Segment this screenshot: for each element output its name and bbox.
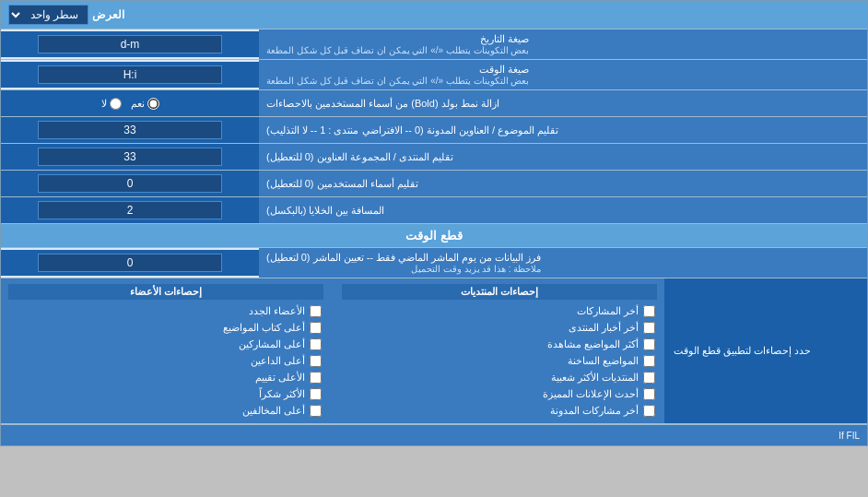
bold-remove-label: ازالة نمط بولد (Bold) من أسماء المستخدمي… xyxy=(259,90,867,116)
stat-checkbox-6[interactable] xyxy=(643,388,655,400)
date-format-input[interactable] xyxy=(38,35,222,53)
stats-col-members: إحصاءات الأعضاء الأعضاء الجدد أعلى كتاب … xyxy=(8,284,323,418)
user-names-input-wrapper xyxy=(1,171,259,196)
date-format-label: صيغة التاريخ بعض التكوينات يتطلب «/» الت… xyxy=(259,30,867,59)
time-format-input[interactable] xyxy=(38,65,222,84)
bold-yes-radio[interactable] xyxy=(147,98,159,110)
stats-section: حدد إحصاءات لتطبيق قطع الوقت إحصاءات الم… xyxy=(1,278,867,424)
cutoff-section-header: قطع الوقت xyxy=(1,224,867,248)
stats-forums-title: إحصاءات المنتديات xyxy=(342,284,657,300)
stat-mem-checkbox-4[interactable] xyxy=(310,355,322,367)
cutoff-label: فرز البيانات من يوم الماشر الماضي فقط --… xyxy=(259,248,867,278)
date-format-input-wrapper xyxy=(1,31,259,57)
stat-item-5: المنتديات الأكثر شعبية xyxy=(342,371,657,385)
stat-checkbox-3[interactable] xyxy=(643,338,655,350)
stat-item-3: أكثر المواضيع مشاهدة xyxy=(342,337,657,351)
stat-mem-item-2: أعلى كتاب المواضيع xyxy=(8,321,323,335)
stat-item-4: المواضيع الساخنة xyxy=(342,354,657,368)
bold-remove-row: ازالة نمط بولد (Bold) من أسماء المستخدمي… xyxy=(1,90,867,117)
forum-order-label: تقليم المنتدى / المجموعة العناوين (0 للت… xyxy=(259,144,867,170)
forum-order-input-wrapper xyxy=(1,144,259,170)
stats-col-forums: إحصاءات المنتديات أخر المشاركات أخر أخبا… xyxy=(342,284,657,418)
topic-order-label: تقليم الموضوع / العناوين المدونة (0 -- ا… xyxy=(259,117,867,143)
cell-spacing-input-wrapper xyxy=(1,197,259,223)
stat-item-6: أحدث الإعلانات المميزة xyxy=(342,387,657,401)
stat-item-2: أخر أخبار المنتدى xyxy=(342,321,657,335)
date-format-row: صيغة التاريخ بعض التكوينات يتطلب «/» الت… xyxy=(1,30,867,60)
stat-mem-item-5: الأعلى تقييم xyxy=(8,371,323,385)
bold-remove-input-wrapper: نعم لا xyxy=(1,90,259,116)
stat-mem-item-7: أعلى المخالفين xyxy=(8,404,323,418)
cell-spacing-label: المسافة بين الخلايا (بالبكسل) xyxy=(259,197,867,223)
topic-order-input-wrapper xyxy=(1,117,259,143)
forum-order-input[interactable] xyxy=(38,148,222,166)
stat-item-7: أخر مشاركات المدونة xyxy=(342,404,657,418)
user-names-label: تقليم أسماء المستخدمين (0 للتعطيل) xyxy=(259,171,867,196)
time-format-input-wrapper xyxy=(1,62,259,88)
stat-item-1: أخر المشاركات xyxy=(342,304,657,318)
cell-spacing-input[interactable] xyxy=(38,201,222,219)
stat-mem-checkbox-5[interactable] xyxy=(310,372,322,384)
stats-columns: إحصاءات المنتديات أخر المشاركات أخر أخبا… xyxy=(1,278,664,423)
bold-no-label[interactable]: لا xyxy=(101,98,122,110)
cutoff-input[interactable] xyxy=(38,254,222,272)
bold-no-radio[interactable] xyxy=(110,98,122,110)
time-format-label: صيغة الوقت بعض التكوينات يتطلب «/» التي … xyxy=(259,60,867,89)
bold-radio-group: نعم لا xyxy=(101,98,159,110)
stats-apply-label: حدد إحصاءات لتطبيق قطع الوقت xyxy=(664,278,867,423)
stat-mem-item-3: أعلى المشاركين xyxy=(8,337,323,351)
stat-checkbox-5[interactable] xyxy=(643,372,655,384)
topic-order-input[interactable] xyxy=(38,121,222,139)
stat-mem-item-6: الأكثر شكراً xyxy=(8,387,323,401)
forum-order-row: تقليم المنتدى / المجموعة العناوين (0 للت… xyxy=(1,144,867,171)
stat-checkbox-1[interactable] xyxy=(643,305,655,317)
stat-mem-checkbox-1[interactable] xyxy=(310,305,322,317)
stat-mem-item-4: أعلى الداعين xyxy=(8,354,323,368)
main-container: العرض سطر واحدسطرينثلاثة أسطر صيغة التار… xyxy=(0,0,868,446)
header-label: العرض xyxy=(92,8,124,21)
bold-yes-label[interactable]: نعم xyxy=(131,98,159,110)
cell-spacing-row: المسافة بين الخلايا (بالبكسل) xyxy=(1,197,867,224)
stat-checkbox-4[interactable] xyxy=(643,355,655,367)
stats-members-title: إحصاءات الأعضاء xyxy=(8,284,323,300)
stat-checkbox-2[interactable] xyxy=(643,322,655,334)
user-names-input[interactable] xyxy=(38,174,222,193)
bottom-note: If FIL xyxy=(839,431,860,441)
stat-mem-checkbox-3[interactable] xyxy=(310,338,322,350)
stat-checkbox-7[interactable] xyxy=(643,405,655,417)
stat-mem-checkbox-2[interactable] xyxy=(310,322,322,334)
cutoff-input-wrapper xyxy=(1,250,259,276)
topic-order-row: تقليم الموضوع / العناوين المدونة (0 -- ا… xyxy=(1,117,867,144)
user-names-row: تقليم أسماء المستخدمين (0 للتعطيل) xyxy=(1,171,867,197)
header-row: العرض سطر واحدسطرينثلاثة أسطر xyxy=(1,1,867,30)
stat-mem-checkbox-7[interactable] xyxy=(310,405,322,417)
bottom-bar: If FIL xyxy=(1,424,867,445)
time-format-row: صيغة الوقت بعض التكوينات يتطلب «/» التي … xyxy=(1,60,867,90)
display-dropdown[interactable]: سطر واحدسطرينثلاثة أسطر xyxy=(8,5,88,25)
cutoff-row: فرز البيانات من يوم الماشر الماضي فقط --… xyxy=(1,248,867,278)
stat-mem-item-1: الأعضاء الجدد xyxy=(8,304,323,318)
stat-mem-checkbox-6[interactable] xyxy=(310,388,322,400)
